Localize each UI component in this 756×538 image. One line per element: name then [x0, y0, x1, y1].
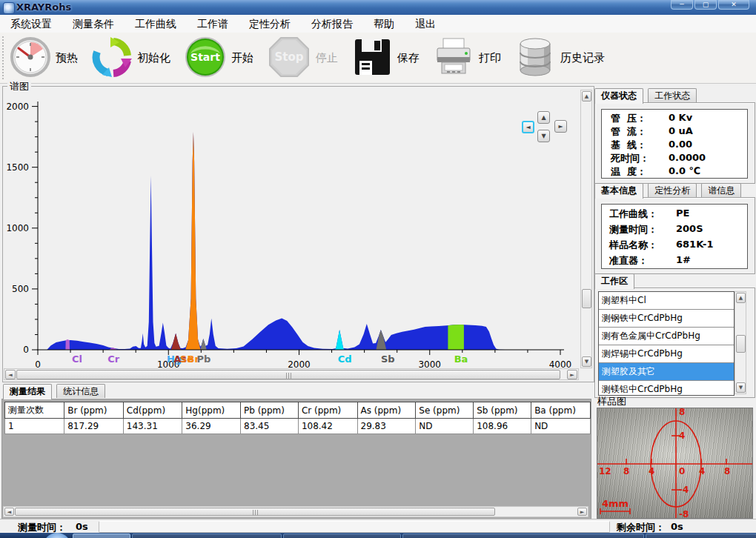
results-table[interactable]: 测量次数 Br (ppm) Cd(ppm) Hg(ppm) Pb (ppm) C… — [4, 402, 591, 434]
workspace-scroll-down-icon[interactable]: ▼ — [736, 382, 746, 393]
workspace-item-steel[interactable]: 测钢铁中CrCdPbHg — [599, 310, 734, 328]
title-bar[interactable]: XRAYRohs ─ ▢ ✕ — [0, 0, 756, 16]
results-scroll-left-icon[interactable]: ◄ — [4, 508, 14, 516]
col-hg[interactable]: Hg(ppm) — [182, 402, 241, 419]
tab-instrument-status[interactable]: 仪器状态 — [594, 88, 643, 104]
working-curve-label: 工作曲线： — [609, 207, 657, 221]
v-label-8b: -8 — [679, 509, 689, 518]
chart-scroll-down-icon[interactable]: ▼ — [582, 356, 591, 367]
close-button[interactable]: ✕ — [718, 0, 749, 10]
cell-cd[interactable]: 143.31 — [123, 419, 182, 434]
col-as[interactable]: As (ppm) — [357, 402, 416, 419]
col-br[interactable]: Br (ppm) — [64, 402, 124, 419]
svg-text:2000: 2000 — [6, 102, 29, 112]
cell-sb[interactable]: 108.96 — [474, 419, 531, 434]
preheat-label: 预热 — [56, 51, 78, 65]
chart-vertical-scrollbar[interactable]: ▲ ▼ — [580, 90, 592, 368]
instrument-tabstrip: 仪器状态 工作状态 — [594, 88, 755, 103]
col-measure-count[interactable]: 测量次数 — [5, 402, 64, 419]
taskbar-item-2[interactable] — [132, 534, 282, 538]
svg-text:Pb: Pb — [196, 353, 210, 365]
v-label-4t: 4 — [679, 431, 685, 441]
dead-time-value: 0.0000 — [669, 152, 706, 163]
cell-br[interactable]: 817.29 — [64, 419, 124, 434]
pan-up-button[interactable]: ▲ — [537, 111, 550, 124]
col-sb[interactable]: Sb (ppm) — [474, 402, 531, 419]
menu-bar: 系统设置 测量条件 工作曲线 工作谱 定性分析 分析报告 帮助 退出 — [0, 15, 756, 33]
taskbar-item-3[interactable] — [283, 534, 401, 538]
chart-scroll-up-icon[interactable]: ▲ — [582, 91, 591, 102]
spectrum-chart[interactable]: 050010001500200001000200030004000ClCrHgA… — [3, 87, 581, 371]
taskbar-item-5[interactable] — [646, 534, 756, 538]
col-cd[interactable]: Cd(ppm) — [123, 402, 182, 419]
workspace-item-plastics-other[interactable]: 测塑胶及其它 — [599, 363, 734, 381]
menu-help[interactable]: 帮助 — [363, 15, 405, 33]
workspace-item-solder[interactable]: 测焊锡中CrCdPbHg — [599, 345, 734, 363]
chart-scroll-left-icon[interactable]: ◄ — [5, 370, 16, 379]
menu-analysis-report[interactable]: 分析报告 — [301, 15, 363, 33]
taskbar-item-4[interactable] — [402, 534, 644, 538]
pan-right-button[interactable]: ► — [554, 120, 567, 133]
col-se[interactable]: Se (ppm) — [416, 402, 474, 419]
tab-basic-info[interactable]: 基本信息 — [594, 183, 643, 199]
tab-statistics[interactable]: 统计信息 — [56, 384, 105, 398]
workspace-item-nonferrous[interactable]: 测有色金属中CrCdPbHg — [599, 328, 734, 345]
stop-button[interactable]: Stop 停止 — [267, 35, 347, 82]
cell-as[interactable]: 29.83 — [357, 419, 416, 434]
maximize-button[interactable]: ▢ — [694, 0, 717, 10]
save-button[interactable]: 保存 — [351, 36, 428, 80]
cell-cr[interactable]: 108.42 — [298, 419, 357, 434]
col-pb[interactable]: Pb (ppm) — [241, 402, 299, 419]
workspace-tabstrip: 工作区 — [594, 273, 755, 288]
tab-spectrum-info[interactable]: 谱信息 — [701, 183, 741, 197]
tab-measure-results[interactable]: 测量结果 — [3, 384, 52, 399]
cell-hg[interactable]: 36.29 — [182, 419, 241, 434]
collimator-label: 准直器： — [609, 254, 648, 268]
tab-workspace[interactable]: 工作区 — [594, 273, 634, 289]
workspace-item-mg-al[interactable]: 测镁铝中CrCdPbHg — [599, 381, 734, 396]
pan-down-button[interactable]: ▼ — [537, 130, 550, 142]
minimize-button[interactable]: ─ — [671, 0, 693, 10]
chart-hscroll-thumb[interactable] — [16, 370, 560, 379]
cell-measure-count[interactable]: 1 — [5, 419, 64, 434]
chart-horizontal-scrollbar[interactable]: ◄ ► — [4, 368, 579, 380]
workspace-item-plastic-cl[interactable]: 测塑料中Cl — [599, 292, 734, 310]
pan-left-button[interactable]: ◄ — [522, 121, 534, 133]
start-button[interactable]: Start 开始 — [184, 36, 262, 81]
stop-icon: Stop — [267, 35, 311, 82]
menu-exit[interactable]: 退出 — [405, 15, 446, 33]
start-orb-icon[interactable] — [43, 533, 71, 538]
windows-taskbar[interactable] — [0, 533, 756, 538]
sample-reticle: 12 8 4 0 4 8 8 4 -4 -8 4mm — [597, 408, 752, 518]
tab-qualitative[interactable]: 定性分析 — [648, 183, 697, 197]
cell-se[interactable]: ND — [416, 419, 474, 434]
menu-measure-conditions[interactable]: 测量条件 — [62, 15, 125, 33]
chart-vscroll-thumb[interactable] — [582, 289, 591, 308]
tab-work-status[interactable]: 工作状态 — [648, 88, 697, 102]
results-horizontal-scrollbar[interactable]: ◄ ► — [3, 506, 588, 517]
menu-working-spectrum[interactable]: 工作谱 — [187, 15, 239, 33]
menu-working-curve[interactable]: 工作曲线 — [125, 15, 187, 33]
workspace-scrollbar[interactable]: ▲ ▼ — [735, 291, 746, 394]
initialize-button[interactable]: 初始化 — [91, 36, 179, 80]
results-hscroll-thumb[interactable] — [15, 508, 495, 516]
preheat-button[interactable]: 预热 — [10, 36, 87, 80]
chart-scroll-right-icon[interactable]: ► — [567, 370, 577, 379]
col-cr[interactable]: Cr (ppm) — [298, 402, 357, 419]
cell-ba[interactable]: ND — [531, 419, 591, 434]
results-scroll-right-icon[interactable]: ► — [577, 508, 587, 516]
col-ba[interactable]: Ba (ppm) — [531, 402, 591, 419]
taskbar-item-active[interactable] — [73, 534, 130, 538]
workspace-scroll-thumb[interactable] — [736, 335, 746, 353]
spectrum-groupbox: 谱图 050010001500200001000200030004000ClCr… — [2, 86, 594, 382]
app-icon — [3, 2, 15, 14]
sample-image: 12 8 4 0 4 8 8 4 -4 -8 4mm — [597, 408, 753, 519]
print-button[interactable]: 打印 — [433, 36, 510, 80]
workspace-scroll-up-icon[interactable]: ▲ — [736, 293, 746, 303]
menu-qualitative-analysis[interactable]: 定性分析 — [239, 15, 301, 33]
cell-pb[interactable]: 83.45 — [241, 419, 299, 434]
sample-image-title: 样品图 — [597, 395, 626, 408]
history-button[interactable]: 历史记录 — [514, 36, 614, 80]
menu-system-settings[interactable]: 系统设置 — [0, 15, 62, 33]
h-label-8r: 8 — [724, 466, 730, 476]
